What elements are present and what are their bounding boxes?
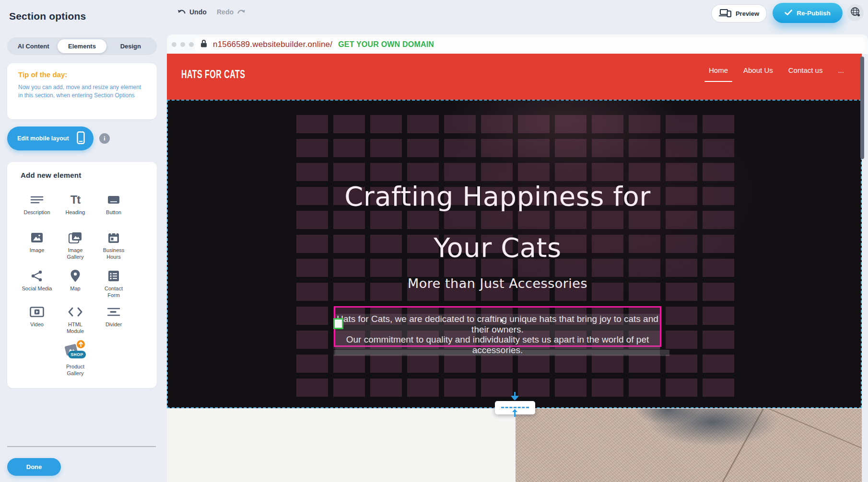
hero-heading-line1: Crafting Happiness for (334, 171, 661, 222)
element-item-description[interactable]: Description (17, 192, 57, 216)
page-title: Section options (9, 11, 86, 22)
site-logo[interactable]: HATS FOR CATS (181, 68, 245, 81)
site-url[interactable]: n1566589.websitebuilder.online/ (213, 40, 332, 49)
element-item-contact-form[interactable]: Contact Form (94, 268, 134, 298)
browser-chrome-bar: n1566589.websitebuilder.online/ GET YOUR… (167, 34, 868, 54)
next-section-photo (516, 409, 862, 482)
resize-arrow-up-icon (511, 409, 518, 419)
element-item-html-module[interactable]: HTML Module (55, 304, 95, 334)
next-section-left (167, 409, 516, 482)
hero-heading[interactable]: Crafting Happiness for Your Cats (334, 171, 661, 273)
element-item-heading[interactable]: Tt Heading (55, 192, 95, 216)
hero-heading-line2: Your Cats (334, 222, 661, 273)
element-item-image-gallery[interactable]: Image Gallery (55, 230, 95, 260)
check-icon (785, 10, 792, 17)
site-header: HATS FOR CATS Home About Us Contact us .… (167, 54, 862, 100)
button-icon (107, 192, 120, 208)
lock-icon (200, 39, 207, 49)
republish-label: Re-Publish (797, 10, 831, 17)
preview-scrollbar-thumb[interactable] (860, 57, 864, 159)
code-icon (68, 304, 82, 320)
selected-text-element[interactable]: Hats for Cats, we are dedicated to craft… (334, 306, 661, 347)
sidebar-tabs: AI Content Elements Design (7, 37, 157, 55)
mouse-cursor-icon (500, 317, 505, 326)
video-icon (30, 304, 44, 320)
nav-home[interactable]: Home (709, 66, 728, 76)
add-element-title: Add new element (21, 171, 81, 179)
nav-about-us[interactable]: About Us (743, 66, 773, 76)
devices-icon (719, 9, 731, 19)
element-item-business-hours[interactable]: Business Hours (94, 230, 134, 260)
element-resize-handle[interactable] (333, 318, 343, 329)
shop-badge: SHOP (68, 351, 86, 358)
resize-dash-line (501, 407, 529, 408)
hero-subtitle[interactable]: More than Just Accessories (334, 276, 661, 291)
phone-icon (77, 131, 85, 146)
tip-body: Now you can add, move and resize any ele… (18, 83, 143, 99)
globe-icon (850, 7, 861, 19)
tab-design[interactable]: Design (106, 39, 155, 53)
image-gallery-icon (68, 230, 82, 246)
window-dots (172, 42, 194, 47)
sidebar-divider (7, 446, 156, 447)
site-nav: Home About Us Contact us ... (709, 66, 844, 76)
redo-label: Redo (217, 8, 234, 16)
info-icon[interactable]: i (99, 133, 110, 144)
element-item-map[interactable]: Map (55, 268, 95, 292)
done-button[interactable]: Done (7, 458, 61, 476)
element-item-product-gallery[interactable]: SHOP Product Gallery (55, 340, 95, 377)
undo-label: Undo (189, 8, 207, 16)
element-item-divider[interactable]: Divider (94, 304, 134, 328)
tab-elements[interactable]: Elements (58, 39, 106, 53)
business-hours-icon (107, 230, 120, 246)
resize-arrow-down-icon (511, 392, 518, 402)
undo-button[interactable]: Undo (177, 8, 207, 16)
preview-label: Preview (736, 10, 759, 17)
map-pin-icon (70, 268, 81, 284)
upgrade-arrow-badge (77, 340, 85, 348)
nav-contact-us[interactable]: Contact us (788, 66, 823, 76)
contact-form-icon (107, 268, 120, 284)
redo-icon (237, 8, 246, 16)
heading-icon: Tt (70, 192, 81, 208)
get-domain-link[interactable]: GET YOUR OWN DOMAIN (338, 40, 434, 49)
app-window: Section options Undo Redo Preview Re-Pub… (0, 0, 868, 482)
republish-button[interactable]: Re-Publish (773, 3, 843, 23)
redo-button[interactable]: Redo (217, 8, 246, 16)
language-globe-button[interactable] (847, 4, 864, 21)
product-gallery-icon: SHOP (63, 340, 87, 362)
image-icon (30, 230, 44, 246)
nav-more-menu[interactable]: ... (838, 66, 844, 76)
element-item-social-media[interactable]: Social Media (17, 268, 57, 292)
description-icon (30, 192, 44, 208)
divider-icon (107, 304, 120, 320)
add-new-element-panel: Add new element Description Tt Heading B… (7, 162, 157, 388)
element-ghost-bar (334, 350, 669, 356)
undo-icon (177, 8, 186, 16)
tip-heading: Tip of the day: (18, 70, 67, 79)
edit-mobile-layout-button[interactable]: Edit mobile layout (7, 126, 94, 150)
element-item-button[interactable]: Button (94, 192, 134, 216)
element-item-image[interactable]: Image (17, 230, 57, 254)
edit-mobile-label: Edit mobile layout (17, 135, 69, 142)
social-media-icon (31, 268, 43, 284)
element-item-video[interactable]: Video (17, 304, 57, 328)
hero-section[interactable]: Crafting Happiness for Your Cats More th… (167, 100, 862, 408)
preview-button[interactable]: Preview (711, 4, 767, 23)
tab-ai-content[interactable]: AI Content (9, 39, 58, 53)
tip-of-the-day-card: Tip of the day: Now you can add, move an… (7, 63, 157, 119)
hero-body-line1: Hats for Cats, we are dedicated to craft… (335, 314, 660, 334)
